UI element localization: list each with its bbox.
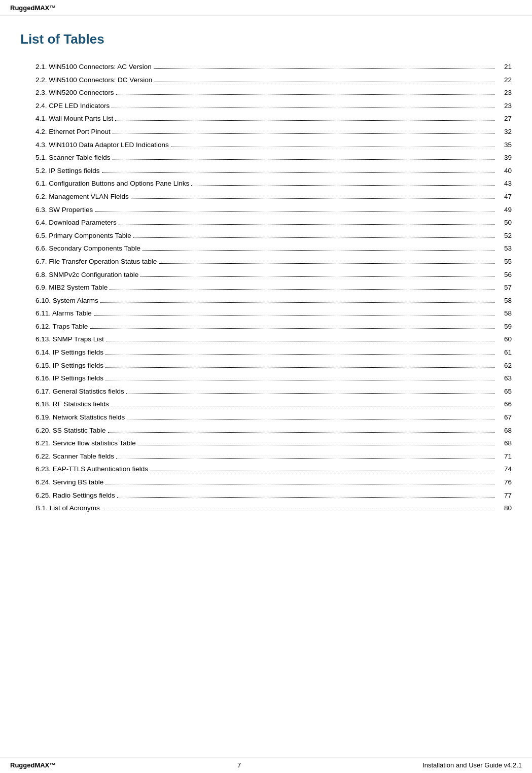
toc-item: 6.15. IP Settings fields62 — [36, 360, 512, 371]
toc-item-dots — [95, 212, 494, 212]
toc-item-dots — [110, 289, 494, 290]
toc-item: 4.2. Ethernet Port Pinout32 — [36, 126, 512, 137]
toc-item-dots — [112, 108, 494, 108]
footer-right: Installation and User Guide v4.2.1 — [422, 761, 522, 769]
toc-item: 2.1. WiN5100 Connectors: AC Version21 — [36, 61, 512, 73]
toc-item-page: 56 — [496, 269, 512, 280]
toc-item: 6.11. Alarms Table58 — [36, 308, 512, 319]
toc-item-dots — [154, 68, 494, 69]
toc-item: 6.10. System Alarms58 — [36, 295, 512, 306]
toc-item-label: 2.4. CPE LED Indicators — [36, 100, 110, 112]
toc-item-page: 62 — [496, 360, 512, 371]
toc-item-label: 6.12. Traps Table — [36, 321, 88, 332]
toc-item-label: 5.1. Scanner Table fields — [36, 152, 111, 163]
toc-item-dots — [105, 354, 494, 355]
toc-item-page: 43 — [496, 178, 512, 189]
toc-item: 2.4. CPE LED Indicators23 — [36, 100, 512, 112]
toc-item-label: 4.1. Wall Mount Parts List — [36, 113, 113, 124]
toc-item-label: 6.23. EAP-TTLS Authentication fields — [36, 464, 148, 475]
toc-item-page: 40 — [496, 165, 512, 177]
toc-item-dots — [133, 237, 494, 238]
toc-item: 6.25. Radio Settings fields77 — [36, 490, 512, 501]
toc-item-dots — [143, 250, 494, 251]
toc-item: 6.9. MIB2 System Table57 — [36, 282, 512, 293]
toc-item-dots — [116, 458, 494, 459]
toc-item: 6.14. IP Settings fields61 — [36, 347, 512, 358]
toc-item-label: 6.3. SW Properties — [36, 204, 93, 216]
toc-item: 6.12. Traps Table59 — [36, 321, 512, 332]
toc-item: 6.5. Primary Components Table52 — [36, 230, 512, 241]
toc-item-dots — [171, 147, 494, 147]
toc-item-page: 71 — [496, 451, 512, 462]
toc-item-dots — [191, 185, 494, 186]
toc-item-dots — [126, 393, 494, 394]
toc-item-label: 6.8. SNMPv2c Configuration table — [36, 269, 138, 280]
toc-item-dots — [115, 120, 494, 121]
toc-item-dots — [127, 419, 494, 419]
main-content: List of Tables 2.1. WiN5100 Connectors: … — [0, 16, 532, 567]
toc-item-label: 6.15. IP Settings fields — [36, 360, 103, 371]
toc-item-page: 63 — [496, 373, 512, 384]
toc-item-label: 2.3. WiN5200 Connectors — [36, 87, 114, 98]
toc-item-label: 4.3. WiN1010 Data Adaptor LED Indication… — [36, 139, 169, 151]
toc-item-page: 77 — [496, 490, 512, 501]
toc-item-page: 60 — [496, 334, 512, 345]
toc-item-page: 50 — [496, 217, 512, 228]
toc-item-page: 23 — [496, 87, 512, 98]
toc-item: 6.4. Download Parameters50 — [36, 217, 512, 228]
toc-item-label: 6.13. SNMP Traps List — [36, 334, 104, 345]
footer: RuggedMAX™ 7 Installation and User Guide… — [0, 757, 532, 773]
toc-item-label: 2.2. WiN5100 Connectors: DC Version — [36, 75, 152, 86]
toc-item: 5.2. IP Settings fields40 — [36, 165, 512, 177]
toc-item-label: 6.24. Serving BS table — [36, 477, 103, 488]
toc-item-dots — [102, 510, 494, 510]
toc-item: 6.13. SNMP Traps List60 — [36, 334, 512, 345]
toc-item-page: 35 — [496, 139, 512, 151]
toc-item-label: 6.10. System Alarms — [36, 295, 98, 306]
toc-item-page: 68 — [496, 425, 512, 436]
toc-item-page: 58 — [496, 295, 512, 306]
toc-item: 6.17. General Statistics fields65 — [36, 386, 512, 397]
toc-item-dots — [119, 224, 494, 225]
toc-item: 6.7. File Transfer Operation Status tabl… — [36, 256, 512, 267]
toc-item: 5.1. Scanner Table fields39 — [36, 152, 512, 163]
toc-item-label: 6.1. Configuration Buttons and Options P… — [36, 178, 189, 189]
toc-item-page: 61 — [496, 347, 512, 358]
toc-item: 6.16. IP Settings fields63 — [36, 373, 512, 384]
toc-item-page: 59 — [496, 321, 512, 332]
toc-item-page: 80 — [496, 503, 512, 514]
footer-left: RuggedMAX™ — [10, 761, 56, 769]
toc-item-dots — [105, 484, 494, 484]
toc-item: 4.1. Wall Mount Parts List27 — [36, 113, 512, 124]
toc-item-page: 55 — [496, 256, 512, 267]
toc-item-dots — [111, 406, 494, 406]
header: RuggedMAX™ — [0, 0, 532, 16]
toc-item-dots — [105, 380, 494, 380]
toc-item-label: 6.19. Network Statistics fields — [36, 412, 125, 423]
toc-item-page: 27 — [496, 113, 512, 124]
toc-item-page: 67 — [496, 412, 512, 423]
toc-item-dots — [150, 471, 494, 471]
toc-item-page: 39 — [496, 152, 512, 163]
toc-item-page: 58 — [496, 308, 512, 319]
toc-list: 2.1. WiN5100 Connectors: AC Version212.2… — [36, 61, 512, 514]
toc-item-label: 6.5. Primary Components Table — [36, 230, 131, 241]
footer-page-number: 7 — [237, 761, 241, 769]
toc-item-dots — [116, 94, 494, 95]
toc-item-dots — [113, 133, 494, 134]
toc-item: 2.2. WiN5100 Connectors: DC Version22 — [36, 75, 512, 86]
toc-item-label: 6.18. RF Statistics fields — [36, 399, 109, 410]
toc-item: 6.8. SNMPv2c Configuration table56 — [36, 269, 512, 280]
toc-item-page: 32 — [496, 126, 512, 137]
toc-item-label: 6.2. Management VLAN Fields — [36, 191, 129, 202]
toc-item-page: 52 — [496, 230, 512, 241]
toc-item-page: 57 — [496, 282, 512, 293]
toc-item-label: 6.22. Scanner Table fields — [36, 451, 114, 462]
toc-item-dots — [106, 341, 494, 341]
toc-item-label: 2.1. WiN5100 Connectors: AC Version — [36, 61, 152, 73]
toc-item-label: 6.11. Alarms Table — [36, 308, 92, 319]
toc-item-page: 68 — [496, 438, 512, 449]
toc-item-dots — [100, 302, 494, 303]
header-title: RuggedMAX™ — [10, 4, 56, 12]
toc-item-page: 53 — [496, 243, 512, 254]
